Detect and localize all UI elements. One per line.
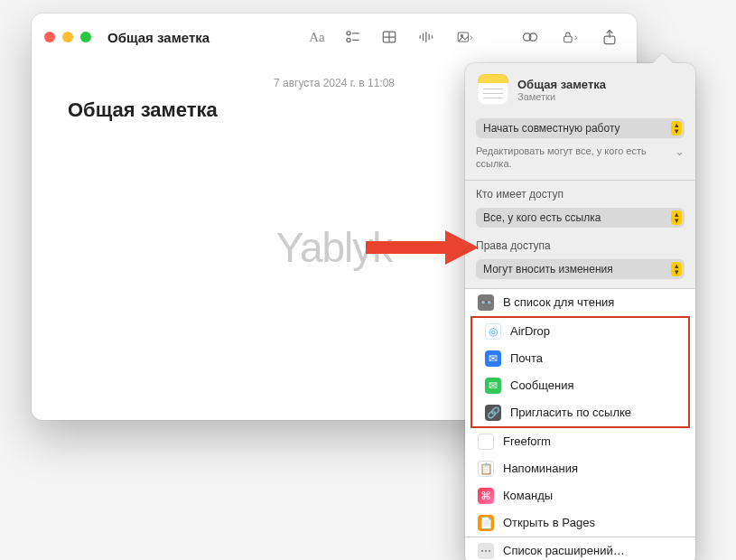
share-airdrop[interactable]: ◎ AirDrop — [472, 318, 688, 345]
share-popover: Общая заметка Заметки Начать совместную … — [465, 63, 695, 560]
share-freeform[interactable]: 🖊 Freeform — [465, 428, 695, 455]
svg-point-2 — [347, 38, 350, 42]
pages-icon: 📄 — [478, 515, 494, 531]
collaboration-description: Редактировать могут все, у кого есть ссы… — [476, 145, 669, 171]
lock-button[interactable] — [552, 24, 588, 50]
share-reading-list[interactable]: 👓 В список для чтения — [465, 289, 695, 316]
photo-icon — [456, 28, 474, 46]
chevron-down-icon[interactable]: ⌄ — [675, 145, 685, 158]
collaboration-mode-select[interactable]: Начать совместную работу ▴▾ — [476, 118, 685, 138]
share-item-label: Почта — [510, 351, 543, 365]
share-item-label: Пригласить по ссылке — [510, 406, 631, 419]
shortcuts-icon: ⌘ — [478, 488, 494, 504]
link-icon — [521, 28, 539, 46]
share-item-label: Список расширений… — [503, 544, 625, 557]
airdrop-icon: ◎ — [485, 323, 501, 340]
svg-point-0 — [347, 32, 350, 35]
table-icon — [380, 28, 398, 46]
chevron-updown-icon: ▴▾ — [672, 122, 681, 135]
messages-icon: ✉ — [485, 378, 501, 394]
lock-icon — [561, 28, 579, 46]
annotation-arrow — [366, 230, 479, 265]
share-extensions[interactable]: ⋯ Список расширений… — [465, 537, 695, 560]
reminders-icon: 📋 — [478, 461, 494, 477]
access-value: Все, у кого есть ссылка — [483, 211, 601, 224]
svg-marker-19 — [445, 230, 479, 265]
svg-rect-16 — [564, 36, 573, 42]
chevron-updown-icon: ▴▾ — [672, 211, 681, 224]
popover-header: Общая заметка Заметки — [465, 63, 695, 114]
svg-rect-18 — [366, 241, 447, 254]
glasses-icon: 👓 — [478, 294, 494, 311]
checklist-icon — [344, 28, 362, 46]
share-item-label: Freeform — [503, 434, 551, 448]
share-app-name: Заметки — [517, 91, 606, 102]
permissions-value: Могут вносить изменения — [483, 263, 613, 275]
share-shortcuts[interactable]: ⌘ Команды — [465, 482, 695, 509]
freeform-icon: 🖊 — [478, 434, 494, 450]
minimize-window-button[interactable] — [62, 32, 73, 42]
share-messages[interactable]: ✉ Сообщения — [472, 372, 688, 399]
share-item-label: Сообщения — [510, 378, 574, 392]
checklist-button[interactable] — [339, 24, 368, 50]
share-mail[interactable]: ✉ Почта — [472, 345, 688, 372]
share-reminders[interactable]: 📋 Напоминания — [465, 455, 695, 482]
share-invite-link[interactable]: 🔗 Пригласить по ссылке — [472, 399, 688, 426]
audio-button[interactable] — [411, 24, 440, 50]
access-label: Кто имеет доступ — [465, 181, 695, 203]
permissions-select[interactable]: Могут вносить изменения ▴▾ — [476, 259, 685, 279]
close-window-button[interactable] — [44, 32, 55, 42]
share-item-label: Напоминания — [503, 462, 578, 475]
share-button[interactable] — [595, 24, 624, 50]
permissions-label: Права доступа — [465, 232, 695, 255]
collaboration-mode-label: Начать совместную работу — [483, 122, 620, 135]
share-item-label: В список для чтения — [503, 295, 614, 309]
traffic-lights — [44, 32, 91, 42]
media-button[interactable] — [447, 24, 483, 50]
toolbar: Общая заметка Aa — [32, 14, 637, 61]
notes-app-icon — [478, 74, 508, 105]
share-pages[interactable]: 📄 Открыть в Pages — [465, 509, 695, 537]
share-title: Общая заметка — [517, 78, 606, 91]
table-button[interactable] — [375, 24, 404, 50]
annotation-highlight: ◎ AirDrop ✉ Почта ✉ Сообщения 🔗 Пригласи… — [470, 316, 690, 428]
share-item-label: AirDrop — [510, 324, 550, 338]
share-item-label: Открыть в Pages — [503, 516, 595, 529]
link-icon: 🔗 — [485, 405, 501, 421]
access-select[interactable]: Все, у кого есть ссылка ▴▾ — [476, 208, 685, 228]
more-icon: ⋯ — [478, 543, 494, 559]
share-destinations: 👓 В список для чтения ◎ AirDrop ✉ Почта … — [465, 289, 695, 560]
window-title: Общая заметка — [107, 30, 210, 45]
chevron-updown-icon: ▴▾ — [672, 263, 681, 275]
zoom-window-button[interactable] — [80, 32, 91, 42]
mail-icon: ✉ — [485, 350, 501, 367]
share-icon — [601, 28, 619, 46]
link-button[interactable] — [516, 24, 545, 50]
share-item-label: Команды — [503, 489, 553, 502]
waveform-icon — [416, 28, 434, 46]
format-button[interactable]: Aa — [303, 24, 331, 50]
